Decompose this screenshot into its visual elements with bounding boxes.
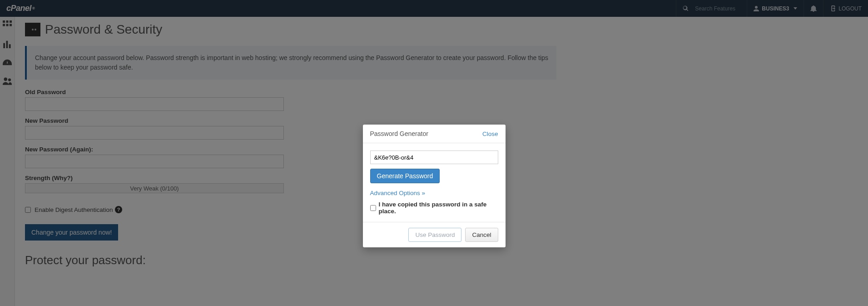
password-generator-modal: Password Generator Close Generate Passwo… [363,125,506,247]
modal-title: Password Generator [370,130,428,137]
generated-password-input[interactable] [370,150,498,164]
generate-password-button[interactable]: Generate Password [370,169,440,183]
advanced-options-link[interactable]: Advanced Options » [370,190,498,196]
modal-close-link[interactable]: Close [482,130,498,137]
cancel-button[interactable]: Cancel [465,228,498,242]
copied-password-checkbox[interactable] [370,205,376,211]
copied-password-label: I have copied this password in a safe pl… [379,201,498,215]
modal-overlay[interactable]: Password Generator Close Generate Passwo… [0,0,868,306]
use-password-button[interactable]: Use Password [408,228,461,242]
